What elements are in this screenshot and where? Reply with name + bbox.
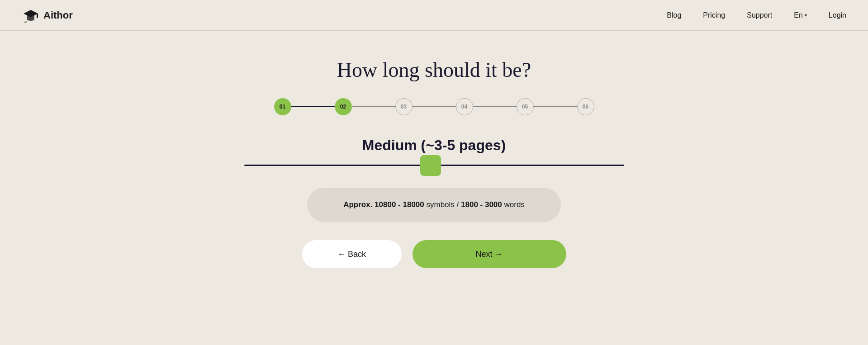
info-symbols: Approx. 10800 - 18000 [343, 200, 424, 209]
svg-rect-0 [37, 14, 38, 18]
step-2: 02 [335, 98, 352, 115]
slider-track [244, 165, 624, 166]
step-3: 03 [395, 98, 413, 115]
step-line-4 [473, 106, 517, 107]
slider-thumb[interactable] [420, 155, 441, 176]
info-words: 1800 - 3000 [461, 200, 502, 209]
step-line-5 [534, 106, 577, 107]
step-line-2 [352, 106, 395, 107]
back-button[interactable]: ← Back [302, 240, 402, 268]
nav-support[interactable]: Support [747, 11, 772, 19]
main-content: How long should it be? 01 02 03 04 05 06… [0, 31, 868, 268]
language-label: En [794, 11, 803, 19]
logo[interactable]: ∞ Aithor [22, 6, 73, 24]
step-5: 05 [517, 98, 534, 115]
slider-label: Medium (~3-5 pages) [362, 137, 506, 154]
info-symbols-label: symbols / [426, 200, 461, 209]
svg-text:∞: ∞ [24, 20, 27, 24]
logo-text: Aithor [43, 9, 73, 21]
step-6: 06 [577, 98, 594, 115]
info-box: Approx. 10800 - 18000 symbols / 1800 - 3… [307, 188, 561, 222]
step-line-3 [413, 106, 456, 107]
nav-login[interactable]: Login [829, 11, 846, 19]
step-indicator: 01 02 03 04 05 06 [274, 98, 594, 115]
step-line-1 [291, 106, 335, 107]
nav-pricing[interactable]: Pricing [703, 11, 725, 19]
chevron-down-icon: ▾ [805, 13, 807, 18]
next-button[interactable]: Next → [413, 240, 566, 268]
language-selector[interactable]: En ▾ [794, 11, 807, 19]
logo-icon: ∞ [22, 6, 40, 24]
info-words-label: words [504, 200, 525, 209]
page-title: How long should it be? [337, 58, 531, 82]
action-buttons: ← Back Next → [302, 240, 566, 268]
length-slider-container [244, 165, 624, 166]
main-nav: Blog Pricing Support En ▾ Login [667, 11, 846, 19]
step-4: 04 [456, 98, 473, 115]
step-1: 01 [274, 98, 291, 115]
nav-blog[interactable]: Blog [667, 11, 681, 19]
